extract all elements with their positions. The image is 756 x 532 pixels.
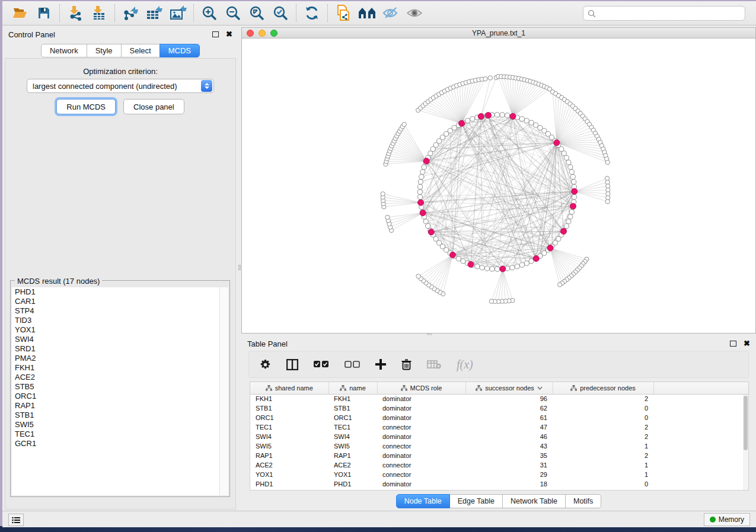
mcds-result-list[interactable]: PHD1CAR1STP4TID3YOX1SWI4SRD1PMA2FKH1ACE2… bbox=[12, 287, 228, 495]
cell-shared_name[interactable]: ORC1 bbox=[250, 413, 328, 422]
table-tab-motifs[interactable]: Motifs bbox=[565, 494, 601, 508]
cell-predecessor_nodes[interactable]: 2 bbox=[553, 394, 653, 403]
mcds-result-item[interactable]: STP4 bbox=[12, 306, 228, 316]
cell-mcds_role[interactable]: connector bbox=[377, 460, 465, 470]
cell-mcds_role[interactable]: connector bbox=[377, 470, 465, 479]
column-header-successor-nodes[interactable]: successor nodes bbox=[465, 382, 553, 394]
export-image-icon[interactable] bbox=[166, 3, 190, 23]
import-network-icon[interactable] bbox=[63, 3, 87, 23]
add-column-icon[interactable] bbox=[375, 359, 386, 370]
cell-successor_nodes[interactable]: 96 bbox=[465, 394, 553, 403]
float-table-panel-icon[interactable] bbox=[730, 341, 736, 347]
mcds-result-item[interactable]: RAP1 bbox=[12, 401, 228, 411]
select-all-rows-icon[interactable] bbox=[314, 361, 329, 368]
memory-button[interactable]: Memory bbox=[704, 513, 750, 526]
export-network-icon[interactable] bbox=[119, 3, 142, 23]
close-window-icon[interactable] bbox=[247, 30, 254, 37]
column-layout-icon[interactable] bbox=[286, 359, 298, 370]
mcds-result-item[interactable]: PHD1 bbox=[12, 287, 228, 297]
minimize-window-icon[interactable] bbox=[259, 30, 266, 37]
table-settings-icon[interactable] bbox=[260, 359, 271, 370]
cell-predecessor_nodes[interactable]: 0 bbox=[553, 479, 653, 489]
cell-successor_nodes[interactable]: 29 bbox=[465, 470, 553, 479]
cell-mcds_role[interactable]: connector bbox=[377, 422, 465, 432]
mcds-result-item[interactable]: SWI5 bbox=[12, 420, 228, 430]
maximize-window-icon[interactable] bbox=[270, 30, 277, 37]
cell-name[interactable]: STB1 bbox=[328, 403, 377, 413]
refresh-view-icon[interactable] bbox=[300, 3, 324, 23]
network-canvas[interactable] bbox=[242, 39, 755, 333]
cell-predecessor_nodes[interactable]: 2 bbox=[553, 422, 653, 432]
column-header-MCDS-role[interactable]: MCDS role bbox=[377, 382, 465, 394]
copy-network-icon[interactable] bbox=[331, 3, 355, 23]
cell-name[interactable]: RAP1 bbox=[328, 451, 377, 460]
mcds-result-item[interactable]: SWI4 bbox=[12, 335, 228, 344]
mcds-result-item[interactable]: PMA2 bbox=[12, 354, 228, 363]
mcds-list-scrollbar[interactable] bbox=[219, 287, 228, 495]
cell-mcds_role[interactable]: dominator bbox=[377, 479, 465, 489]
tab-select[interactable]: Select bbox=[121, 44, 160, 57]
float-panel-icon[interactable] bbox=[212, 31, 219, 37]
cell-shared_name[interactable]: TEC1 bbox=[250, 422, 328, 432]
console-log-button[interactable] bbox=[8, 514, 24, 526]
cell-predecessor_nodes[interactable]: 0 bbox=[553, 403, 653, 413]
cell-mcds_role[interactable]: dominator bbox=[377, 394, 465, 403]
table-row[interactable]: PHD1PHD1dominator180 bbox=[250, 479, 748, 489]
delete-column-icon[interactable] bbox=[401, 359, 412, 370]
cell-shared_name[interactable]: RAP1 bbox=[250, 451, 328, 460]
cell-successor_nodes[interactable]: 61 bbox=[465, 413, 553, 422]
cell-shared_name[interactable]: SWI4 bbox=[250, 432, 328, 441]
cell-mcds_role[interactable]: dominator bbox=[377, 413, 465, 422]
mcds-result-item[interactable]: ACE2 bbox=[12, 373, 228, 382]
cell-shared_name[interactable]: YOX1 bbox=[250, 470, 328, 479]
hide-selected-icon[interactable] bbox=[379, 3, 403, 23]
cell-predecessor_nodes[interactable]: 2 bbox=[553, 451, 653, 460]
cell-name[interactable]: SWI4 bbox=[328, 432, 377, 441]
cell-successor_nodes[interactable]: 62 bbox=[465, 403, 553, 413]
tab-style[interactable]: Style bbox=[87, 44, 122, 57]
cell-shared_name[interactable]: ACE2 bbox=[250, 460, 328, 470]
export-table-icon[interactable] bbox=[142, 3, 166, 23]
cell-name[interactable]: TEC1 bbox=[328, 422, 377, 432]
column-header-name[interactable]: name bbox=[328, 382, 377, 394]
close-panel-icon[interactable]: ✖ bbox=[226, 31, 232, 37]
table-tab-network-table[interactable]: Network Table bbox=[502, 494, 566, 508]
search-input[interactable] bbox=[596, 9, 745, 18]
tab-mcds[interactable]: MCDS bbox=[160, 44, 200, 57]
cell-mcds_role[interactable]: connector bbox=[377, 441, 465, 451]
cell-shared_name[interactable]: PHD1 bbox=[250, 479, 328, 489]
delete-table-icon[interactable] bbox=[427, 360, 441, 369]
table-scrollbar-thumb[interactable] bbox=[744, 396, 748, 450]
network-graph[interactable] bbox=[242, 39, 755, 333]
mcds-result-item[interactable]: CAR1 bbox=[12, 297, 228, 306]
table-row[interactable]: STB1STB1dominator620 bbox=[250, 403, 748, 413]
cell-predecessor_nodes[interactable]: 0 bbox=[553, 413, 653, 422]
table-tab-edge-table[interactable]: Edge Table bbox=[449, 494, 503, 508]
table-row[interactable]: RAP1RAP1dominator352 bbox=[250, 451, 748, 460]
zoom-selected-icon[interactable] bbox=[269, 3, 292, 23]
tab-network[interactable]: Network bbox=[41, 44, 87, 57]
cell-shared_name[interactable]: STB1 bbox=[250, 403, 328, 413]
table-row[interactable]: SWI5SWI5connector431 bbox=[250, 441, 748, 451]
cell-successor_nodes[interactable]: 31 bbox=[465, 460, 553, 470]
table-row[interactable]: ORC1ORC1dominator610 bbox=[250, 413, 748, 422]
mcds-result-item[interactable]: TID3 bbox=[12, 316, 228, 325]
cell-mcds_role[interactable]: dominator bbox=[377, 432, 465, 441]
cell-successor_nodes[interactable]: 43 bbox=[465, 441, 553, 451]
mcds-result-item[interactable]: STB1 bbox=[12, 411, 228, 420]
table-row[interactable]: YOX1YOX1connector291 bbox=[250, 470, 748, 479]
table-row[interactable]: SWI4SWI4dominator462 bbox=[250, 432, 748, 441]
zoom-out-icon[interactable] bbox=[221, 3, 245, 23]
save-session-icon[interactable] bbox=[32, 3, 56, 23]
mcds-result-item[interactable]: STB5 bbox=[12, 382, 228, 392]
run-mcds-button[interactable]: Run MCDS bbox=[56, 99, 116, 114]
cell-predecessor_nodes[interactable]: 1 bbox=[553, 470, 653, 479]
show-all-icon[interactable] bbox=[403, 3, 426, 23]
cell-name[interactable]: SWI5 bbox=[328, 441, 377, 451]
table-row[interactable]: ACE2ACE2connector311 bbox=[250, 460, 748, 470]
first-neighbors-icon[interactable] bbox=[355, 3, 379, 23]
column-header-predecessor-nodes[interactable]: predecessor nodes bbox=[553, 382, 653, 394]
mcds-result-item[interactable]: FKH1 bbox=[12, 363, 228, 373]
cell-successor_nodes[interactable]: 47 bbox=[465, 422, 553, 432]
open-session-icon[interactable] bbox=[8, 3, 32, 23]
